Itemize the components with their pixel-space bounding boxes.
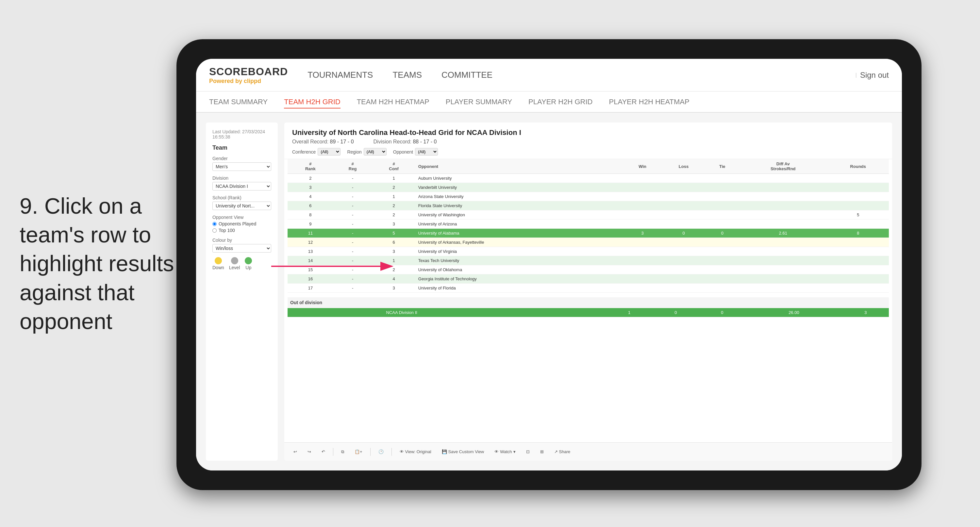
- cell-opponent: University of Florida: [416, 283, 624, 293]
- cell-loss: [662, 183, 706, 192]
- col-diff: Diff AvStrokes/Rnd: [739, 159, 827, 174]
- cell-diff: [739, 183, 827, 192]
- table-row[interactable]: 6-2Florida State University: [288, 201, 889, 210]
- table-row[interactable]: 16-4Georgia Institute of Technology: [288, 274, 889, 283]
- table-row[interactable]: 13-3University of Virginia: [288, 247, 889, 256]
- nav-items: TOURNAMENTS TEAMS COMMITTEE: [307, 68, 856, 82]
- cell-tie: [706, 238, 739, 247]
- nav-committee[interactable]: COMMITTEE: [441, 68, 492, 82]
- grid-btn[interactable]: ⊞: [538, 448, 546, 455]
- school-select[interactable]: University of Nort...: [212, 202, 271, 210]
- tab-player-h2h-heatmap[interactable]: PLAYER H2H HEATMAP: [609, 96, 689, 108]
- cell-loss: [662, 210, 706, 220]
- region-filter-label: Region: [347, 149, 361, 154]
- cell-reg: -: [333, 274, 372, 283]
- division-select[interactable]: NCAA Division I: [212, 182, 271, 191]
- cell-rank: 11: [288, 229, 333, 238]
- view-original-btn[interactable]: 👁 View: Original: [397, 448, 434, 455]
- toolbar-sep-1: [333, 448, 333, 456]
- paste-btn[interactable]: 📋+: [352, 448, 365, 455]
- cell-conf: 3: [372, 283, 415, 293]
- table-row[interactable]: 12-6University of Arkansas, Fayetteville: [288, 238, 889, 247]
- sub-nav: TEAM SUMMARY TEAM H2H GRID TEAM H2H HEAT…: [196, 91, 902, 113]
- table-row[interactable]: 8-2University of Washington5: [288, 210, 889, 220]
- table-row[interactable]: 2-1Auburn University: [288, 174, 889, 183]
- conference-filter-select[interactable]: (All): [318, 148, 340, 156]
- cell-diff: 2.61: [739, 229, 827, 238]
- table-row[interactable]: 11-5University of Alabama3002.618: [288, 229, 889, 238]
- cell-tie: [706, 192, 739, 201]
- cell-rounds: [827, 174, 889, 183]
- timestamp: Last Updated: 27/03/2024 16:55:38: [212, 129, 271, 140]
- cell-loss: [662, 283, 706, 293]
- division-section: Division NCAA Division I: [212, 175, 271, 191]
- copy-btn[interactable]: ⧉: [339, 448, 347, 456]
- save-custom-view-btn[interactable]: 💾 Save Custom View: [439, 448, 487, 455]
- cell-loss: [662, 274, 706, 283]
- watch-btn[interactable]: 👁 Watch ▾: [492, 448, 518, 455]
- screen-btn[interactable]: ⊡: [523, 448, 532, 455]
- table-row[interactable]: 9-3University of Arizona: [288, 220, 889, 229]
- cell-rank: 6: [288, 201, 333, 210]
- out-div-rank: [288, 308, 320, 317]
- tab-team-h2h-grid[interactable]: TEAM H2H GRID: [284, 96, 340, 108]
- cell-reg: -: [333, 247, 372, 256]
- region-filter: Region (All): [347, 148, 386, 156]
- radio-opponents-played[interactable]: Opponents Played: [212, 221, 271, 226]
- cell-diff: [739, 247, 827, 256]
- cell-rounds: [827, 247, 889, 256]
- opponent-filter: Opponent (All): [393, 148, 438, 156]
- cell-loss: [662, 201, 706, 210]
- nav-tournaments[interactable]: TOURNAMENTS: [307, 68, 373, 82]
- colour-by-select[interactable]: Win/loss: [212, 244, 271, 253]
- cell-opponent: University of Arkansas, Fayetteville: [416, 238, 624, 247]
- cell-reg: -: [333, 229, 372, 238]
- table-row[interactable]: 15-2University of Oklahoma: [288, 265, 889, 274]
- col-loss: Loss: [662, 159, 706, 174]
- clock-btn[interactable]: 🕐: [376, 448, 386, 455]
- share-btn[interactable]: ↗ Share: [552, 448, 573, 455]
- top-nav: SCOREBOARD Powered by clippd TOURNAMENTS…: [196, 59, 902, 91]
- cell-win: [624, 265, 662, 274]
- legend-up: Up: [245, 257, 252, 270]
- tab-team-h2h-heatmap[interactable]: TEAM H2H HEATMAP: [357, 96, 430, 108]
- undo-btn[interactable]: ↩: [291, 448, 300, 455]
- grid-header: University of North Carolina Head-to-Hea…: [284, 123, 892, 159]
- tab-player-summary[interactable]: PLAYER SUMMARY: [446, 96, 512, 108]
- gender-select[interactable]: Men's: [212, 162, 271, 171]
- out-of-division-row[interactable]: NCAA Division II 1 0 0 26.00 3: [288, 308, 889, 317]
- undo2-btn[interactable]: ↶: [319, 448, 328, 455]
- cell-loss: [662, 256, 706, 265]
- cell-conf: 2: [372, 210, 415, 220]
- tab-team-summary[interactable]: TEAM SUMMARY: [209, 96, 267, 108]
- school-rank-label: School (Rank): [212, 195, 271, 200]
- table-row[interactable]: 14-1Texas Tech University: [288, 256, 889, 265]
- cell-rounds: [827, 283, 889, 293]
- out-of-division-header: Out of division: [288, 297, 889, 308]
- table-row[interactable]: 17-3University of Florida: [288, 283, 889, 293]
- tab-player-h2h-grid[interactable]: PLAYER H2H GRID: [528, 96, 592, 108]
- cell-loss: 0: [662, 229, 706, 238]
- table-row[interactable]: 3-2Vanderbilt University: [288, 183, 889, 192]
- cell-diff: [739, 174, 827, 183]
- redo-btn[interactable]: ↪: [305, 448, 314, 455]
- division-record-label: Division Record: 88 - 17 - 0: [374, 139, 437, 145]
- cell-win: [624, 220, 662, 229]
- opponent-filter-select[interactable]: (All): [415, 148, 438, 156]
- cell-rounds: [827, 238, 889, 247]
- radio-top100[interactable]: Top 100: [212, 228, 271, 233]
- sign-out-link[interactable]: Sign out: [860, 70, 889, 80]
- cell-win: [624, 192, 662, 201]
- cell-reg: -: [333, 201, 372, 210]
- cell-reg: -: [333, 174, 372, 183]
- bottom-toolbar: ↩ ↪ ↶ ⧉ 📋+ 🕐 👁 View: Original �: [284, 443, 892, 461]
- table-row[interactable]: 4-1Arizona State University: [288, 192, 889, 201]
- gender-section: Gender Men's: [212, 156, 271, 171]
- out-div-diff: 26.00: [745, 308, 842, 317]
- region-filter-select[interactable]: (All): [364, 148, 387, 156]
- cell-diff: [739, 274, 827, 283]
- cell-loss: [662, 220, 706, 229]
- nav-teams[interactable]: TEAMS: [393, 68, 422, 82]
- cell-rank: 3: [288, 183, 333, 192]
- cell-opponent: University of Oklahoma: [416, 265, 624, 274]
